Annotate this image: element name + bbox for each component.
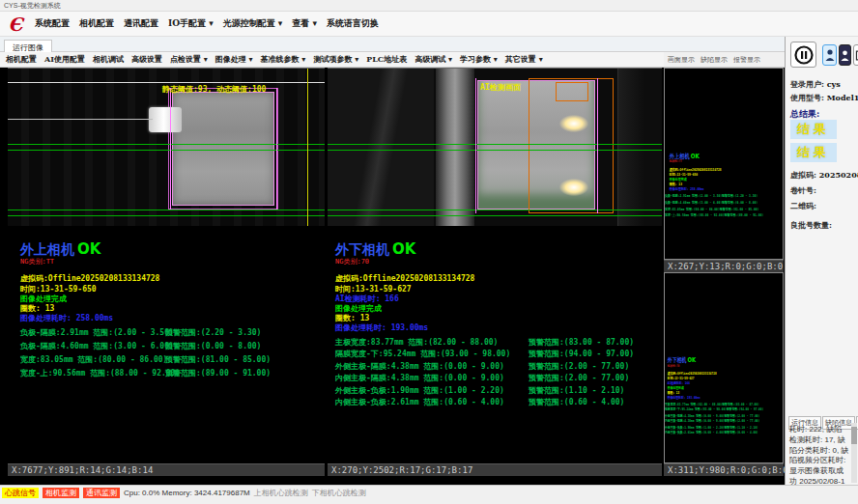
ok-status: OK xyxy=(691,152,700,160)
thumb-header-display[interactable]: 画面显示 xyxy=(668,55,695,65)
ng-class-label: NG类别:70 xyxy=(668,363,679,368)
measurement-row: 负极-隔膜:2.91mm 范围:(2.00 - 3.50)预警范围:(2.20 … xyxy=(665,193,758,198)
virtual-code-line: 虚拟码:Offline20250208133134728 xyxy=(335,273,474,284)
measurement-row: 负极-隔膜:2.91mm 范围:(2.00 - 3.50)预警范围:(2.20 … xyxy=(20,327,174,338)
menu-system-config[interactable]: 系统配置 xyxy=(35,17,70,30)
tool-other-settings[interactable]: 其它设置 ▾ xyxy=(505,54,543,65)
camera-view-lower[interactable]: AI检测画面 外下相机OK NG类别:70 虚拟码:Offline2025020… xyxy=(328,68,662,476)
tool-test-params[interactable]: 测试项参数 ▾ xyxy=(313,54,358,65)
cpu-memory-readout: Cpu: 0.0% Memory: 3424.4179687M xyxy=(124,489,250,497)
tool-learning-params[interactable]: 学习参数 ▾ xyxy=(460,54,498,65)
measurement-row: 宽度:83.05mm 范围:(80.00 - 86.00)预警范围:(81.00… xyxy=(20,354,167,365)
thumbnail-lower-camera[interactable]: AI检测画面 外下相机OK NG类别:70 虚拟码:Offline2025020… xyxy=(664,272,784,463)
batch-count-label: 良批号数量: xyxy=(790,220,832,231)
threshold-overlay-label: 静态阈值:93, 动态阈值:100 xyxy=(162,84,266,95)
ok-status: OK xyxy=(688,355,697,364)
tool-advanced-debug[interactable]: 高级调试 ▾ xyxy=(415,54,452,65)
camera-image-upper[interactable]: 静态阈值:93, 动态阈值:100 xyxy=(8,69,325,226)
pixel-status-upper: X:7677;Y:891;R:14;G:14;B:14 xyxy=(8,463,325,476)
machinery-column xyxy=(436,69,474,226)
menu-language-switch[interactable]: 系统语言切换 xyxy=(327,17,379,30)
measurement-row: 外侧主极-负极:1.90mm 范围:(1.00 - 2.20)预警范围:(1.1… xyxy=(665,425,758,430)
ok-status: OK xyxy=(392,240,415,258)
camera-monitor-badge: 相机监测 xyxy=(43,488,79,498)
thumb-header-defect[interactable]: 缺陷显示 xyxy=(701,55,728,65)
machinery-block xyxy=(328,69,434,226)
camera-results-lower: 外下相机OK NG类别:70 虚拟码:Offline20250208133134… xyxy=(665,349,783,462)
pixel-status-thumb-lower: X:311;Y:980;R:0;G:0;B:0 xyxy=(664,463,784,476)
tool-spot-check[interactable]: 点检设置 ▾ xyxy=(170,54,208,65)
result-badge-lower: 结果 xyxy=(790,143,837,162)
connector-object xyxy=(149,107,182,132)
measurement-row: 内侧主极-隔膜:4.38mm 范围:(0.00 - 9.00)预警范围:(2.0… xyxy=(335,373,504,383)
elapsed-line: 图像处理耗时: 193.00ms xyxy=(668,395,701,400)
led-glow xyxy=(559,179,588,196)
wire-line xyxy=(8,119,153,120)
camera-results-upper: 外上相机OK NG类别:TT 虚拟码:Offline20250208133134… xyxy=(8,226,325,464)
heartbeat-badge: 心跳信号 xyxy=(2,488,39,498)
baseline-green xyxy=(328,215,662,216)
menu-io-config[interactable]: IO手配置 ▾ xyxy=(168,17,214,30)
pause-button[interactable] xyxy=(790,42,816,68)
measurement-row: 内侧主极-负极:2.61mm 范围:(0.60 - 4.00)预警范围:(0.6… xyxy=(665,431,758,435)
tool-camera-debug[interactable]: 相机调试 xyxy=(93,54,124,65)
operator-button[interactable] xyxy=(839,44,851,66)
elapsed-line: 图像处理耗时: 193.00ms xyxy=(335,322,428,333)
measurement-row: 宽度-上:90.56mm 范围:(88.00 - 92.00)预警范围:(89.… xyxy=(665,212,763,217)
baseline-green xyxy=(8,215,325,216)
qr-code-label: 二维码: xyxy=(790,201,816,211)
baseline-green xyxy=(328,144,662,145)
tool-ai-config[interactable]: AI使用配置 xyxy=(44,54,85,65)
tool-camera-config[interactable]: 相机配置 xyxy=(6,54,37,65)
thumb-header-alarm[interactable]: 报警显示 xyxy=(733,55,760,65)
measurement-row: 外侧主极-隔膜:4.38mm 范围:(0.00 - 9.00)预警范围:(2.0… xyxy=(665,413,759,418)
measurement-row: 外侧主极-隔膜:4.38mm 范围:(0.00 - 9.00)预警范围:(2.0… xyxy=(335,361,504,372)
edge-line-pink xyxy=(475,78,476,213)
model-value: Model1 xyxy=(827,93,858,102)
pause-icon xyxy=(794,45,814,65)
menu-light-config[interactable]: 光源控制配置 ▾ xyxy=(223,17,283,30)
window-title: CYS-视觉检测系统 xyxy=(4,2,61,9)
menu-camera-config[interactable]: 相机配置 xyxy=(79,17,114,30)
baseline-green xyxy=(328,150,662,151)
pixel-status-lower: X:270;Y:2502;R:17;G:17;B:17 xyxy=(328,463,662,476)
elapsed-line: 图像处理耗时: 258.00ms xyxy=(20,313,113,323)
measurement-row: 主极宽度:83.77mm 范围:(82.00 - 88.00)预警范围:(83.… xyxy=(665,402,759,406)
ai-overlay-label: AI检测画面 xyxy=(480,82,521,93)
login-user-button[interactable] xyxy=(822,44,837,66)
ng-class-label: NG类别:70 xyxy=(335,257,369,266)
ng-class-label: NG类别:TT xyxy=(670,159,682,164)
tool-baseline-params[interactable]: 基准线参数 ▾ xyxy=(261,54,306,65)
menu-view[interactable]: 查看 ▾ xyxy=(292,17,317,30)
tool-advanced-settings[interactable]: 高级设置 xyxy=(131,54,162,65)
toolbar: 相机配置 AI使用配置 相机调试 高级设置 点检设置 ▾ 图像处理 ▾ 基准线参… xyxy=(0,52,664,68)
product-region xyxy=(172,92,274,206)
led-glow xyxy=(559,115,588,132)
edge-line-pink xyxy=(170,88,171,210)
menu-bar: Є 系统配置 相机配置 通讯配置 IO手配置 ▾ 光源控制配置 ▾ 查看 ▾ 系… xyxy=(0,12,858,37)
virtual-code-value: 20250208 xyxy=(819,170,858,180)
thumbnail-upper-camera[interactable]: 静态阈值:93, 动态阈值:100 外上相机OK NG类别:TT 虚拟码:Off… xyxy=(664,68,784,260)
logout-button[interactable] xyxy=(853,44,858,66)
window-statusbar: 心跳信号 相机监测 通讯监测 Cpu: 0.0% Memory: 3424.41… xyxy=(0,485,858,504)
camera-view-upper[interactable]: 静态阈值:93, 动态阈值:100 外上相机OK NG类别:TT 虚拟码:Off… xyxy=(8,68,325,476)
result-badge-upper: 结果 xyxy=(790,120,837,139)
measurement-row: 主极宽度:83.77mm 范围:(82.00 - 88.00)预警范围:(83.… xyxy=(335,337,498,348)
user-icon xyxy=(825,48,835,62)
camera-image-lower[interactable]: AI检测画面 xyxy=(328,69,662,226)
menu-comm-config[interactable]: 通讯配置 xyxy=(124,17,158,30)
baseline-green xyxy=(8,210,325,210)
measurement-row: 宽度-上:90.56mm 范围:(88.00 - 92.00)预警范围:(89.… xyxy=(20,368,180,378)
thumbnail-header: 画面显示 缺陷显示 报警显示 xyxy=(664,52,785,68)
logout-door-icon xyxy=(855,49,858,62)
tool-plc-address[interactable]: PLC地址表 xyxy=(366,54,407,65)
tool-image-processing[interactable]: 图像处理 ▾ xyxy=(215,54,253,65)
edge-line-pink xyxy=(276,88,277,210)
log-scrollbar-thumb[interactable] xyxy=(851,427,857,444)
control-panel: 登录用户: cys 使用型号: Model1 总结果: 结果 结果 虚拟码: 2… xyxy=(785,37,858,485)
model-row: 使用型号: Model1 xyxy=(790,93,858,103)
elapsed-line: 图像处理耗时: 258.00ms xyxy=(670,186,704,191)
measurement-row: 隔膜宽度-下:95.24mm 范围:(93.00 - 98.00)预警范围:(9… xyxy=(665,407,763,412)
log-scrollbar[interactable] xyxy=(851,423,857,483)
separator-line xyxy=(8,82,325,83)
